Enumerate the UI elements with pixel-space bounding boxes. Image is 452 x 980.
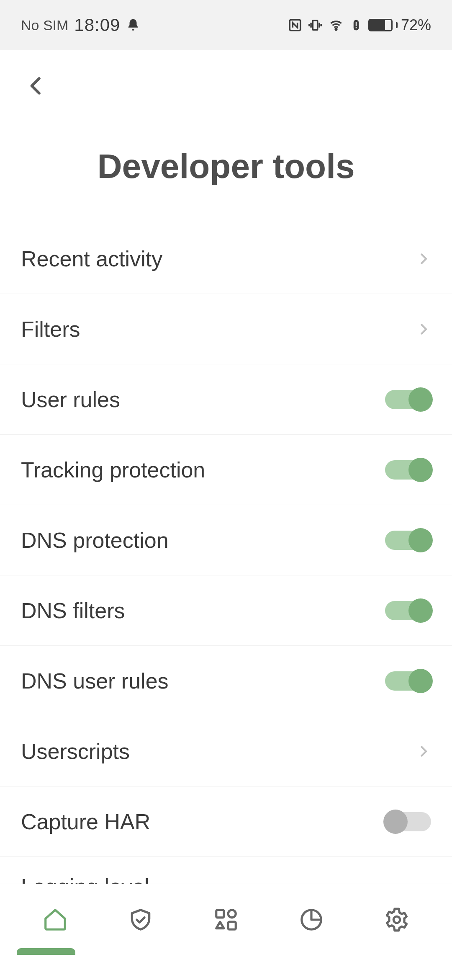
- status-left: No SIM 18:09: [21, 15, 140, 35]
- sim-status: No SIM: [21, 17, 68, 34]
- toggle-dns-protection[interactable]: [385, 531, 431, 550]
- divider: [368, 447, 368, 493]
- row-label: DNS protection: [21, 528, 169, 553]
- page-title: Developer tools: [0, 121, 452, 224]
- status-right: 72%: [288, 16, 431, 34]
- divider: [368, 517, 368, 563]
- divider: [368, 658, 368, 704]
- svg-rect-6: [216, 910, 224, 917]
- settings-list: Recent activity Filters User rules Track…: [0, 224, 452, 941]
- clock: 18:09: [74, 15, 120, 35]
- nav-apps[interactable]: [213, 906, 239, 933]
- divider: [368, 588, 368, 634]
- status-bar: No SIM 18:09 72%: [0, 0, 452, 50]
- row-userscripts[interactable]: Userscripts: [0, 716, 452, 787]
- vibrate-icon: [308, 18, 322, 32]
- battery-icon: [368, 19, 393, 31]
- wifi-icon: [328, 18, 344, 32]
- chevron-right-icon: [416, 251, 431, 266]
- battery-indicator: 72%: [368, 16, 431, 34]
- row-dns-protection[interactable]: DNS protection: [0, 505, 452, 575]
- svg-point-2: [335, 28, 337, 30]
- svg-point-10: [393, 916, 400, 923]
- row-dns-user-rules[interactable]: DNS user rules: [0, 646, 452, 716]
- row-dns-filters[interactable]: DNS filters: [0, 575, 452, 646]
- back-button[interactable]: [23, 73, 49, 98]
- toggle-dns-user-rules[interactable]: [385, 671, 431, 691]
- svg-rect-4: [356, 22, 357, 26]
- nav-settings[interactable]: [383, 906, 410, 933]
- chevron-right-icon: [416, 322, 431, 337]
- svg-point-7: [228, 910, 236, 917]
- nav-home[interactable]: [42, 906, 69, 933]
- toggle-dns-filters[interactable]: [385, 601, 431, 620]
- row-label: Capture HAR: [21, 809, 150, 834]
- row-label: DNS user rules: [21, 668, 169, 694]
- svg-rect-5: [356, 27, 357, 28]
- row-tracking-protection[interactable]: Tracking protection: [0, 435, 452, 505]
- nfc-icon: [288, 18, 302, 32]
- nav-protection[interactable]: [127, 906, 154, 933]
- row-label: User rules: [21, 387, 120, 412]
- row-user-rules[interactable]: User rules: [0, 364, 452, 435]
- nav-stats[interactable]: [298, 906, 325, 933]
- svg-rect-8: [228, 922, 236, 929]
- toggle-user-rules[interactable]: [385, 390, 431, 409]
- row-recent-activity[interactable]: Recent activity: [0, 224, 452, 294]
- nav-active-indicator: [17, 948, 75, 955]
- row-label: DNS filters: [21, 598, 125, 623]
- toggle-capture-har[interactable]: [385, 812, 431, 831]
- toggle-tracking-protection[interactable]: [385, 460, 431, 480]
- chevron-right-icon: [416, 744, 431, 759]
- header-bar: [0, 50, 452, 121]
- divider: [368, 377, 368, 423]
- row-label: Userscripts: [21, 739, 130, 764]
- bell-icon: [126, 18, 140, 32]
- battery-percent: 72%: [401, 16, 431, 34]
- alert-icon: [350, 18, 362, 32]
- row-label: Recent activity: [21, 246, 162, 271]
- row-capture-har[interactable]: Capture HAR: [0, 787, 452, 857]
- svg-rect-1: [313, 21, 317, 30]
- row-label: Tracking protection: [21, 457, 205, 482]
- row-filters[interactable]: Filters: [0, 294, 452, 364]
- row-label: Filters: [21, 317, 80, 342]
- bottom-nav: [0, 884, 452, 955]
